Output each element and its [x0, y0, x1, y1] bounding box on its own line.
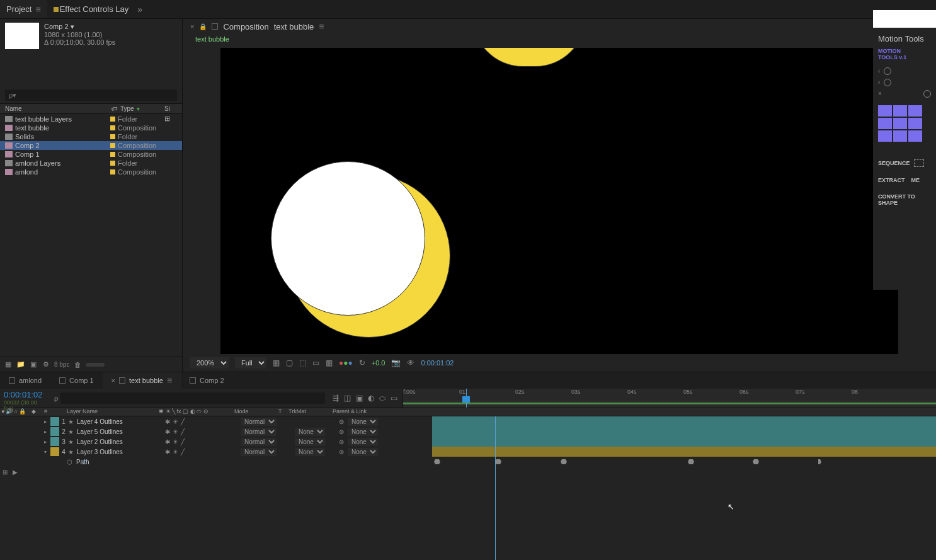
keyframe-icon[interactable] — [561, 459, 567, 464]
comp-mini-flowchart-icon[interactable]: ⇶ — [333, 394, 339, 403]
col-type[interactable]: Type ▼ — [120, 105, 164, 112]
project-item[interactable]: text bubble Layers Folder ⊞ — [0, 114, 182, 123]
switch-collapse-icon[interactable]: ☀ — [173, 449, 178, 455]
ease-handle-icon[interactable] — [884, 79, 891, 86]
channel-icon[interactable]: ●●● — [339, 358, 353, 367]
draft3d-icon[interactable]: ◫ — [344, 394, 351, 403]
roi-icon[interactable]: ⬚ — [299, 358, 306, 367]
playhead-marker-icon[interactable] — [462, 396, 470, 403]
ease-out-row[interactable]: › — [878, 79, 931, 86]
switch-quality-icon[interactable]: ╱ — [181, 418, 185, 425]
motion-blur-icon[interactable]: ⬭ — [379, 394, 385, 403]
switch-shy-icon[interactable]: ✱ — [165, 418, 170, 425]
interpret-footage-icon[interactable]: ▦ — [4, 360, 13, 369]
blend-mode-select[interactable]: Normal — [241, 428, 277, 436]
column-trkmat[interactable]: TrkMat — [288, 408, 333, 416]
switch-shy-icon[interactable]: ✱ — [165, 428, 170, 435]
twirl-icon[interactable]: ▸ — [44, 439, 50, 445]
anchor-tc[interactable] — [893, 105, 907, 117]
switch-icon[interactable]: ◐ — [190, 408, 195, 414]
timeline-tab[interactable]: Comp 2 — [181, 372, 233, 389]
keyframe-icon[interactable] — [434, 459, 440, 464]
anchor-tl[interactable] — [878, 105, 892, 117]
grid-icon[interactable]: ▦ — [326, 358, 333, 367]
project-item[interactable]: amlond Layers Folder — [0, 159, 182, 168]
blend-mode-select[interactable]: Normal — [241, 438, 277, 446]
viewer-menu-icon[interactable]: ≡ — [319, 21, 324, 31]
work-area-bar[interactable] — [403, 403, 936, 404]
eye-column-icon[interactable]: ● — [1, 408, 4, 416]
lock-icon[interactable]: 🔒 — [199, 23, 207, 30]
preview-timecode[interactable]: 0:00:01:02 — [421, 359, 454, 367]
pickwhip-icon[interactable]: ⊚ — [339, 438, 348, 445]
sequence-button[interactable]: SEQUENCE — [878, 160, 910, 166]
parent-select[interactable]: None — [348, 438, 378, 446]
timeline-tab[interactable]: Comp 1 — [50, 372, 103, 389]
parent-select[interactable]: None — [348, 428, 378, 436]
label-swatch-icon[interactable] — [110, 169, 115, 174]
panel-menu-icon[interactable]: ≡ — [167, 375, 172, 386]
layer-color-swatch[interactable] — [50, 437, 59, 446]
layer-name[interactable]: Layer 3 Outlines — [77, 449, 165, 455]
label-swatch-icon[interactable] — [110, 161, 115, 166]
guides-icon[interactable]: ▭ — [312, 358, 319, 367]
timeline-ruler[interactable]: f:00s0102s03s04s05s06s07s08 — [402, 389, 936, 408]
snapshot-icon[interactable]: 📷 — [391, 358, 401, 367]
composition-viewer[interactable] — [220, 48, 898, 354]
blend-mode-select[interactable]: Normal — [241, 418, 277, 426]
anchor-tr[interactable] — [908, 105, 922, 117]
anchor-mc[interactable] — [893, 118, 907, 129]
ease-in-row[interactable]: ‹ — [878, 67, 931, 75]
viewer-comp-name[interactable]: text bubble — [274, 22, 314, 31]
layer-track[interactable] — [432, 437, 936, 447]
me-button[interactable]: ME — [911, 177, 920, 183]
mask-vis-icon[interactable]: ▢ — [286, 358, 293, 367]
anchor-bc[interactable] — [893, 130, 907, 142]
switch-icon[interactable]: ⊙ — [203, 408, 208, 414]
twirl-icon[interactable]: ▾ — [44, 449, 50, 455]
project-item[interactable]: text bubble Composition — [0, 123, 182, 132]
eye-toggle[interactable] — [1, 439, 6, 444]
extract-button[interactable]: EXTRACT — [878, 177, 905, 183]
switch-icon[interactable]: ✱ — [159, 408, 164, 414]
twirl-icon[interactable]: ▸ — [44, 419, 50, 425]
column-parent[interactable]: Parent & Link — [333, 408, 396, 416]
blend-mode-select[interactable]: Normal — [241, 448, 277, 456]
timeline-search-input[interactable] — [60, 392, 325, 404]
lock-column-icon[interactable]: 🔒 — [19, 408, 26, 416]
layer-name[interactable]: Layer 2 Outlines — [77, 438, 165, 445]
eye-toggle[interactable] — [1, 449, 6, 454]
switch-collapse-icon[interactable]: ☀ — [173, 418, 178, 425]
project-list[interactable]: text bubble Layers Folder ⊞ text bubble … — [0, 114, 182, 357]
trash-icon[interactable]: 🗑 — [73, 360, 82, 369]
eye-toggle[interactable] — [1, 419, 6, 424]
ease-handle-icon[interactable] — [923, 90, 931, 98]
label-swatch-icon[interactable] — [110, 143, 115, 148]
zoom-select[interactable]: 200% — [190, 357, 229, 369]
convert-to-shape-button[interactable]: CONVERT TO SHAPE — [878, 193, 931, 206]
panel-menu-icon[interactable]: ≡ — [35, 4, 40, 14]
toggle-switches-icon[interactable]: ⊞ — [3, 469, 8, 476]
ease-both-row[interactable]: × — [878, 90, 931, 98]
switch-icon[interactable]: ☀ — [166, 408, 171, 414]
close-tab-icon[interactable]: × — [190, 23, 194, 30]
graph-editor-icon[interactable]: ▭ — [391, 394, 397, 403]
switch-quality-icon[interactable]: ╱ — [181, 428, 185, 435]
twirl-icon[interactable]: ▸ — [44, 429, 50, 435]
parent-select[interactable]: None — [348, 418, 378, 426]
layers-area[interactable]: ▸ 1 ★ Layer 4 Outlines ✱ ☀ ╱ Normal ⊚ No… — [0, 416, 936, 467]
column-mode[interactable]: Mode — [234, 408, 278, 416]
project-item[interactable]: Solids Folder — [0, 132, 182, 141]
keyframe-icon[interactable] — [753, 459, 759, 464]
pickwhip-icon[interactable]: ⊚ — [339, 418, 348, 425]
keyframe-icon[interactable] — [495, 459, 501, 464]
column-layer-name[interactable]: Layer Name — [64, 408, 159, 416]
switch-quality-icon[interactable]: ╱ — [181, 449, 185, 455]
comp-name[interactable]: Comp 2 ▾ — [44, 23, 115, 31]
toggle-modes-icon[interactable]: ▶ — [13, 469, 18, 476]
layer-name[interactable]: Layer 4 Outlines — [77, 418, 165, 425]
exposure-value[interactable]: +0.0 — [372, 359, 385, 367]
layer-track[interactable] — [432, 416, 936, 426]
column-t[interactable]: T — [278, 408, 288, 416]
anchor-br[interactable] — [908, 130, 922, 142]
